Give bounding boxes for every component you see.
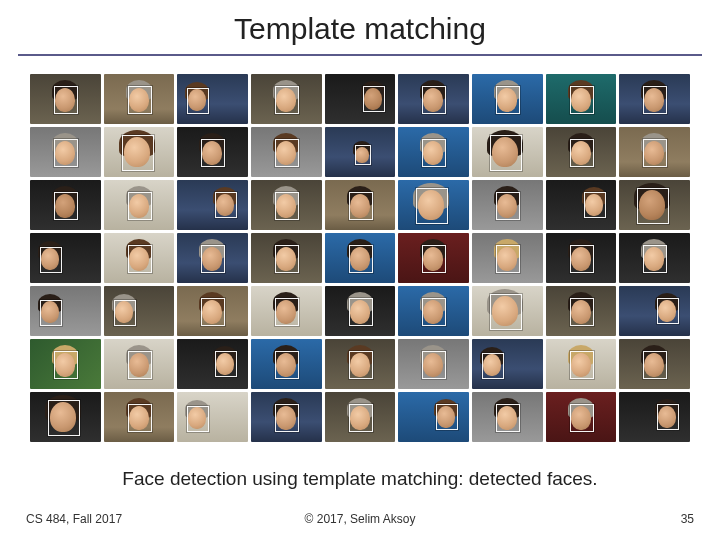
face-shape	[644, 141, 664, 165]
face-shape	[276, 300, 296, 324]
face-shape	[355, 147, 369, 163]
detection-thumbnail	[30, 74, 101, 124]
detection-thumbnail	[619, 74, 690, 124]
detection-thumbnail	[30, 339, 101, 389]
face-shape	[50, 402, 76, 432]
face-shape	[423, 141, 443, 165]
face-shape	[571, 353, 591, 377]
title-bar: Template matching	[18, 0, 702, 56]
face-shape	[202, 300, 222, 324]
hair-shape	[38, 294, 62, 312]
face-shape	[418, 190, 444, 220]
hair-shape	[568, 292, 594, 312]
face-shape	[129, 88, 149, 112]
face-shape	[423, 300, 443, 324]
detection-thumbnail	[472, 233, 543, 283]
detection-thumbnail	[251, 74, 322, 124]
hair-shape	[126, 398, 152, 418]
face-shape	[483, 354, 501, 376]
hair-shape	[494, 239, 520, 259]
face-shape	[55, 194, 75, 218]
face-shape	[41, 301, 59, 323]
hair-shape	[641, 239, 667, 259]
hair-shape	[273, 80, 299, 100]
face-shape	[492, 296, 518, 326]
hair-shape	[347, 239, 373, 259]
detection-thumbnail	[398, 286, 469, 336]
detection-thumbnail	[472, 74, 543, 124]
hair-shape	[126, 80, 152, 100]
face-shape	[276, 247, 296, 271]
hair-shape	[45, 395, 81, 421]
detection-thumbnail	[398, 180, 469, 230]
detection-thumbnail	[30, 233, 101, 283]
hair-shape	[634, 183, 670, 209]
face-shape	[423, 353, 443, 377]
detection-thumbnail	[177, 392, 248, 442]
hair-shape	[361, 81, 385, 99]
hair-shape	[568, 398, 594, 418]
hair-shape	[347, 398, 373, 418]
detection-thumbnail	[251, 127, 322, 177]
face-shape	[350, 353, 370, 377]
detection-thumbnail	[30, 180, 101, 230]
face-shape	[124, 137, 150, 167]
face-shape	[276, 141, 296, 165]
detection-thumbnail	[546, 233, 617, 283]
detection-thumbnail	[325, 286, 396, 336]
hair-shape	[199, 133, 225, 153]
detection-thumbnail	[398, 392, 469, 442]
detection-thumbnail	[104, 233, 175, 283]
face-shape	[129, 194, 149, 218]
hair-shape	[420, 292, 446, 312]
hair-shape	[199, 239, 225, 259]
hair-shape	[568, 239, 594, 259]
hair-shape	[641, 80, 667, 100]
hair-shape	[112, 294, 136, 312]
hair-shape	[494, 80, 520, 100]
face-shape	[129, 247, 149, 271]
figure-caption: Face detection using template matching: …	[30, 468, 690, 490]
detection-thumbnail	[251, 392, 322, 442]
face-shape	[364, 88, 382, 110]
hair-shape	[494, 398, 520, 418]
detection-thumbnail	[104, 74, 175, 124]
hair-shape	[655, 293, 679, 311]
hair-shape	[126, 186, 152, 206]
face-shape	[639, 190, 665, 220]
detection-thumbnail	[546, 127, 617, 177]
hair-shape	[52, 186, 78, 206]
detection-thumbnail	[325, 392, 396, 442]
face-shape	[644, 88, 664, 112]
hair-shape	[568, 345, 594, 365]
hair-shape	[480, 347, 504, 365]
hair-shape	[119, 130, 155, 156]
face-shape	[497, 406, 517, 430]
hair-shape	[52, 133, 78, 153]
face-shape	[216, 353, 234, 375]
hair-shape	[273, 133, 299, 153]
hair-shape	[126, 345, 152, 365]
face-shape	[188, 89, 206, 111]
detection-thumbnail	[177, 180, 248, 230]
face-shape	[658, 300, 676, 322]
detection-thumbnail	[177, 339, 248, 389]
detection-thumbnail	[546, 74, 617, 124]
detection-thumbnail	[325, 233, 396, 283]
hair-shape	[347, 292, 373, 312]
hair-shape	[655, 399, 679, 417]
face-shape	[585, 194, 603, 216]
face-shape	[571, 247, 591, 271]
detection-thumbnail	[619, 127, 690, 177]
hair-shape	[434, 399, 458, 417]
face-shape	[276, 194, 296, 218]
face-shape	[188, 407, 206, 429]
detection-thumbnail	[104, 180, 175, 230]
detection-thumbnail	[251, 339, 322, 389]
detection-thumbnail	[472, 392, 543, 442]
face-shape	[129, 353, 149, 377]
detection-thumbnail	[546, 180, 617, 230]
hair-shape	[413, 183, 449, 209]
hair-shape	[52, 80, 78, 100]
detection-thumbnail	[398, 74, 469, 124]
